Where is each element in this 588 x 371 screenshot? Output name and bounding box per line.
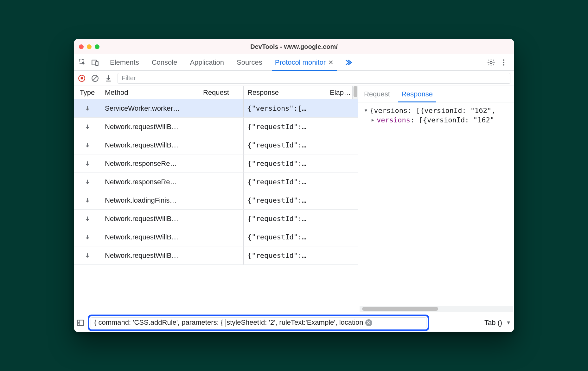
type-received-icon	[74, 191, 101, 209]
column-elapsed[interactable]: Elap…▲	[326, 86, 358, 99]
table-row[interactable]: Network.loadingFinis…{"requestId":…	[74, 191, 358, 210]
window-title: DevTools - www.google.com/	[74, 43, 514, 50]
close-tab-icon[interactable]: ✕	[328, 59, 334, 66]
titlebar: DevTools - www.google.com/	[74, 39, 514, 54]
record-icon[interactable]	[78, 74, 86, 82]
cell-request	[199, 136, 244, 154]
window-controls	[79, 44, 99, 49]
kebab-menu-icon[interactable]	[500, 58, 508, 67]
svg-rect-2	[96, 61, 98, 65]
table-row[interactable]: Network.requestWillB…{"requestId":…	[74, 210, 358, 228]
type-received-icon	[74, 99, 101, 117]
device-toolbar-icon[interactable]	[91, 58, 99, 67]
cell-request	[199, 228, 244, 246]
gear-icon[interactable]	[487, 58, 495, 67]
main-split: Type Method Request Response Elap…▲ Serv…	[74, 86, 514, 313]
tabs-overflow-button[interactable]	[340, 54, 356, 70]
svg-point-6	[503, 64, 504, 65]
cell-response: {"requestId":…	[244, 118, 326, 136]
caret-right-icon[interactable]: ▶	[370, 117, 375, 122]
table-row[interactable]: Network.responseRe…{"requestId":…	[74, 154, 358, 173]
table-row[interactable]: Network.requestWillB…{"requestId":…	[74, 118, 358, 136]
caret-down-icon[interactable]: ▼	[363, 108, 368, 113]
cell-elapsed	[326, 99, 358, 117]
devtools-tabstrip: Elements Console Application Sources Pro…	[74, 54, 514, 71]
cell-response: {"requestId":…	[244, 210, 326, 228]
cell-request	[199, 118, 244, 136]
console-drawer: { command: 'CSS.addRule', parameters: { …	[74, 313, 514, 332]
cell-response: {"versions":[…	[244, 99, 326, 117]
clear-icon[interactable]	[91, 74, 99, 82]
tab-application[interactable]: Application	[183, 54, 230, 70]
cell-method: ServiceWorker.worker…	[101, 99, 199, 117]
type-received-icon	[74, 210, 101, 228]
table-row[interactable]: Network.requestWillB…{"requestId":…	[74, 228, 358, 246]
message-table: Type Method Request Response Elap…▲ Serv…	[74, 86, 358, 313]
column-request[interactable]: Request	[199, 86, 244, 99]
cell-method: Network.requestWillB…	[101, 118, 199, 136]
cell-request	[199, 210, 244, 228]
tab-protocol-monitor[interactable]: Protocol monitor ✕	[269, 54, 340, 70]
cell-request	[199, 246, 244, 264]
fullscreen-window-button[interactable]	[95, 44, 99, 49]
tab-sources[interactable]: Sources	[230, 54, 269, 70]
horizontal-scrollbar[interactable]	[360, 306, 513, 312]
cell-elapsed	[326, 118, 358, 136]
chevron-down-icon[interactable]: ▼	[506, 320, 511, 326]
tree-row-root[interactable]: ▼ {versions: [{versionId: "162",	[363, 106, 512, 115]
cell-request	[199, 191, 244, 209]
table-header: Type Method Request Response Elap…▲	[74, 86, 358, 99]
close-window-button[interactable]	[79, 44, 84, 49]
tab-console[interactable]: Console	[145, 54, 184, 70]
type-received-icon	[74, 228, 101, 246]
cell-response: {"requestId":…	[244, 154, 326, 172]
cell-method: Network.loadingFinis…	[101, 191, 199, 209]
cell-method: Network.requestWillB…	[101, 136, 199, 154]
cell-request	[199, 173, 244, 191]
type-received-icon	[74, 136, 101, 154]
download-icon[interactable]	[104, 74, 112, 82]
table-row[interactable]: Network.requestWillB…{"requestId":…	[74, 246, 358, 265]
filter-input[interactable]	[118, 73, 510, 84]
drawer-tab-label[interactable]: Tab ()	[484, 319, 502, 327]
table-row[interactable]: Network.requestWillB…{"requestId":…	[74, 136, 358, 154]
column-method[interactable]: Method	[101, 86, 199, 99]
vertical-scrollbar[interactable]	[352, 86, 358, 99]
inspect-element-icon[interactable]	[78, 58, 86, 67]
cell-elapsed	[326, 154, 358, 172]
detail-tab-response[interactable]: Response	[396, 86, 438, 102]
cell-method: Network.requestWillB…	[101, 228, 199, 246]
cell-response: {"requestId":…	[244, 191, 326, 209]
drawer-toggle-icon[interactable]	[76, 319, 85, 327]
cell-method: Network.responseRe…	[101, 154, 199, 172]
column-type[interactable]: Type	[74, 86, 101, 99]
devtools-window: DevTools - www.google.com/ Elements Cons…	[74, 39, 514, 332]
column-response[interactable]: Response	[244, 86, 326, 99]
cell-request	[199, 99, 244, 117]
cell-response: {"requestId":…	[244, 246, 326, 264]
detail-tab-request[interactable]: Request	[358, 86, 396, 102]
svg-line-10	[93, 76, 97, 81]
cell-response: {"requestId":…	[244, 228, 326, 246]
cell-request	[199, 154, 244, 172]
cell-elapsed	[326, 191, 358, 209]
cell-elapsed	[326, 246, 358, 264]
response-tree[interactable]: ▼ {versions: [{versionId: "162", ▶ versi…	[358, 102, 514, 306]
clear-input-icon[interactable]: ✕	[365, 319, 372, 326]
protocol-toolbar	[74, 71, 514, 86]
table-row[interactable]: ServiceWorker.worker…{"versions":[…	[74, 99, 358, 118]
detail-pane: Request Response ▼ {versions: [{versionI…	[358, 86, 514, 313]
cell-method: Network.requestWillB…	[101, 210, 199, 228]
svg-rect-8	[81, 77, 83, 79]
cell-elapsed	[326, 173, 358, 191]
raw-command-input[interactable]: { command: 'CSS.addRule', parameters: { …	[91, 317, 426, 328]
minimize-window-button[interactable]	[87, 44, 92, 49]
tree-row-child[interactable]: ▶ versions: [{versionId: "162"	[370, 115, 512, 125]
table-body[interactable]: ServiceWorker.worker…{"versions":[…Netwo…	[74, 99, 358, 313]
type-received-icon	[74, 118, 101, 136]
table-row[interactable]: Network.responseRe…{"requestId":…	[74, 173, 358, 191]
tab-elements[interactable]: Elements	[104, 54, 145, 70]
svg-rect-11	[77, 320, 84, 325]
svg-point-5	[503, 62, 504, 63]
cell-response: {"requestId":…	[244, 136, 326, 154]
